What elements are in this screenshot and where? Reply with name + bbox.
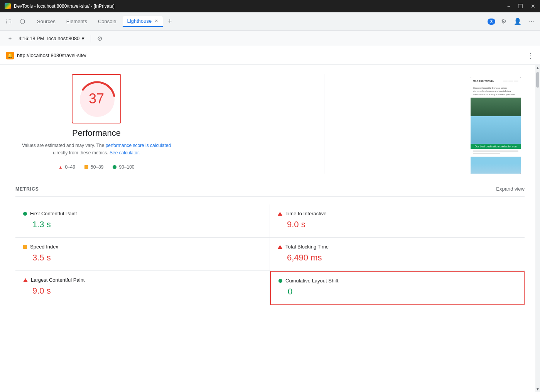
lcp-indicator — [23, 278, 28, 282]
metric-tbt-label-row: Total Blocking Time — [278, 244, 517, 250]
cls-indicator — [278, 279, 282, 283]
metric-fcp-label-row: First Contentful Paint — [23, 211, 262, 216]
performance-section: 37 Performance Values are estimated and … — [15, 74, 525, 174]
tbt-indicator — [278, 245, 282, 249]
scrollbar-thumb[interactable] — [536, 72, 539, 88]
tab-lighthouse[interactable]: Lighthouse ✕ — [123, 16, 163, 27]
text-line — [473, 153, 500, 154]
add-tab-button[interactable]: + — [164, 16, 175, 27]
metric-fcp: First Contentful Paint 1.3 s — [15, 204, 270, 238]
see-calculator-link[interactable]: See calculator. — [110, 150, 140, 155]
legend-green-circle — [113, 165, 116, 169]
tab-bar-right: 3 ⚙ 👤 ··· — [488, 16, 537, 27]
performance-left: 37 Performance Values are estimated and … — [15, 74, 177, 170]
metric-tbt: Total Blocking Time 6,490 ms — [270, 238, 525, 271]
screenshot-nav-lines — [503, 81, 518, 81]
expand-view-button[interactable]: Expand view — [496, 186, 525, 192]
metric-lcp: Largest Contentful Paint 9.0 s — [15, 271, 270, 305]
legend-bad: ▲ 0–49 — [58, 164, 75, 170]
screenshot-brand: MARGES TRAVEL — [473, 80, 494, 82]
score-gauge: 37 — [72, 74, 121, 123]
block-icon: ⊘ — [97, 35, 102, 42]
tab-close-icon[interactable]: ✕ — [155, 19, 158, 24]
tbt-value: 6,490 ms — [278, 253, 517, 263]
title-bar: DevTools - localhost:8080/travel-site/ -… — [0, 0, 540, 12]
metric-tti: Time to Interactive 9.0 s — [270, 204, 525, 238]
performance-title: Performance — [72, 128, 121, 138]
tti-indicator — [278, 212, 282, 216]
metric-cls-label-row: Cumulative Layout Shift — [278, 278, 516, 284]
screenshot-green-bar: Our best destination guides for you — [471, 144, 521, 149]
perf-desc-text: Values are estimated and may vary. The — [22, 143, 104, 148]
tab-console-label: Console — [98, 19, 116, 24]
url-prefix: localhost:8080 — [47, 35, 80, 41]
metric-si-label-row: Speed Index — [23, 244, 262, 250]
restore-button[interactable]: ❐ — [518, 3, 523, 9]
legend-ok-range: 50–89 — [91, 164, 103, 170]
title-bar-left: DevTools - localhost:8080/travel-site/ -… — [5, 3, 115, 9]
si-label: Speed Index — [30, 244, 58, 250]
metric-si: Speed Index 3.5 s — [15, 238, 270, 271]
score-legend: ▲ 0–49 50–89 90–100 — [58, 164, 134, 170]
si-value: 3.5 s — [23, 253, 262, 263]
tab-lighthouse-label: Lighthouse — [127, 18, 152, 24]
inspect-icon[interactable]: ⬡ — [17, 16, 28, 27]
performance-description: Values are estimated and may vary. The p… — [15, 142, 177, 157]
site-screenshot: MARGES TRAVEL Discover beautiful Corsica… — [471, 77, 521, 174]
time-text: 4:16:18 PM — [19, 35, 44, 41]
tti-value: 9.0 s — [278, 220, 517, 230]
perf-score-link[interactable]: performance score is calculated — [106, 143, 171, 148]
content-area: 37 Performance Values are estimated and … — [0, 65, 540, 392]
legend-good: 90–100 — [113, 164, 134, 170]
nav-line — [508, 81, 513, 81]
scroll-down-arrow[interactable]: ▼ — [535, 386, 540, 392]
scrollbar: ▲ ▼ — [535, 65, 540, 392]
scroll-up-arrow[interactable]: ▲ — [535, 65, 540, 71]
tab-sources[interactable]: Sources — [32, 16, 60, 27]
close-button[interactable]: ✕ — [531, 3, 535, 9]
si-indicator — [23, 245, 27, 249]
screenshot-container: MARGES TRAVEL Discover beautiful Corsica… — [471, 77, 525, 174]
tab-bar: ⬚ ⬡ Sources Elements Console Lighthouse … — [0, 12, 540, 31]
screenshot-hero-text: Discover beautiful Corsica, wherestunnin… — [471, 85, 521, 98]
cls-value: 0 — [278, 287, 516, 297]
minimize-button[interactable]: − — [507, 3, 510, 9]
dropdown-arrow-icon[interactable]: ▾ — [82, 35, 84, 41]
metrics-section: METRICS Expand view First Contentful Pai… — [15, 186, 525, 305]
security-warning-icon: 🔔 — [6, 52, 14, 59]
legend-bad-range: 0–49 — [65, 164, 75, 170]
tab-console[interactable]: Console — [93, 16, 121, 27]
settings-icon[interactable]: ⚙ — [498, 16, 509, 27]
lcp-label: Largest Contentful Paint — [31, 277, 84, 283]
profile-icon[interactable]: 👤 — [512, 16, 523, 27]
metric-lcp-label-row: Largest Contentful Paint — [23, 277, 262, 283]
more-options-icon[interactable]: ··· — [526, 16, 537, 27]
main-content: 37 Performance Values are estimated and … — [0, 65, 540, 392]
screenshot-header: MARGES TRAVEL — [471, 77, 521, 85]
legend-orange-square — [84, 165, 88, 169]
fcp-value: 1.3 s — [23, 220, 262, 230]
url-bar-row: ＋ 4:16:18 PM localhost:8080 ▾ ⊘ — [0, 31, 540, 46]
nav-line — [503, 81, 508, 81]
notification-badge[interactable]: 3 — [488, 19, 495, 25]
cls-label: Cumulative Layout Shift — [285, 278, 338, 284]
tbt-label: Total Blocking Time — [285, 244, 329, 250]
legend-red-triangle: ▲ — [58, 165, 62, 169]
screenshot-text-block — [471, 149, 521, 157]
new-tab-icon[interactable]: ＋ — [5, 33, 15, 44]
browser-icon — [5, 3, 11, 9]
performance-score: 37 — [89, 91, 104, 107]
device-emulation-icon[interactable]: ⬚ — [3, 16, 14, 27]
address-bar-more-icon[interactable]: ⋮ — [527, 51, 534, 60]
tab-bar-nav-icons: ⬚ ⬡ — [3, 16, 28, 27]
url-text[interactable]: http://localhost:8080/travel-site/ — [17, 52, 524, 58]
tab-elements-label: Elements — [66, 19, 87, 24]
metric-tti-label-row: Time to Interactive — [278, 211, 517, 216]
tab-elements[interactable]: Elements — [62, 16, 92, 27]
nav-line — [514, 81, 518, 81]
metrics-title: METRICS — [15, 186, 39, 192]
screenshot-hero-image — [471, 98, 521, 144]
section-divider — [324, 74, 324, 174]
legend-ok: 50–89 — [84, 164, 103, 170]
lcp-value: 9.0 s — [23, 286, 262, 296]
